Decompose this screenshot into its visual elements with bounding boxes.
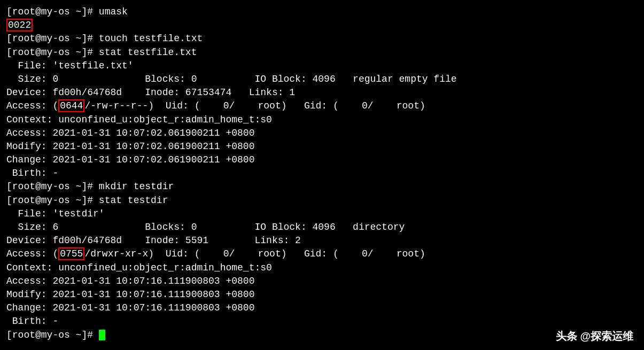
terminal-line: Size: 0 Blocks: 0 IO Block: 4096 regular… — [6, 73, 638, 86]
terminal-line: [root@my-os ~]# umask — [6, 5, 638, 19]
file-permission-highlight: 0644 — [58, 99, 84, 112]
terminal-line: Access: (0644/-rw-r--r--) Uid: ( 0/ root… — [6, 99, 638, 113]
umask-value-highlight: 0022 — [6, 19, 33, 32]
terminal-line: Context: unconfined_u:object_r:admin_hom… — [6, 261, 638, 275]
terminal-line: Context: unconfined_u:object_r:admin_hom… — [6, 113, 638, 127]
terminal-line: [root@my-os ~]# stat testdir — [6, 194, 638, 207]
terminal-line: File: 'testdir' — [6, 207, 638, 221]
dir-permission-highlight: 0755 — [58, 247, 84, 260]
terminal-line: Device: fd00h/64768d Inode: 5591 Links: … — [6, 234, 638, 247]
terminal-line: Access: 2021-01-31 10:07:16.111900803 +0… — [6, 275, 638, 288]
terminal-line: Modify: 2021-01-31 10:07:02.061900211 +0… — [6, 140, 638, 153]
terminal-line: Modify: 2021-01-31 10:07:16.111900803 +0… — [6, 288, 638, 301]
terminal-window: [root@my-os ~]# umask 0022 [root@my-os ~… — [0, 0, 644, 350]
terminal-line: Birth: - — [6, 167, 638, 180]
terminal-line: [root@my-os ~]# stat testfile.txt — [6, 46, 638, 59]
terminal-line: Access: (0755/drwxr-xr-x) Uid: ( 0/ root… — [6, 247, 638, 261]
terminal-content: [root@my-os ~]# umask 0022 [root@my-os ~… — [6, 5, 638, 342]
terminal-line: Size: 6 Blocks: 0 IO Block: 4096 directo… — [6, 221, 638, 234]
terminal-line: [root@my-os ~]# touch testfile.txt — [6, 32, 638, 45]
terminal-line: Birth: - — [6, 315, 638, 328]
terminal-line: Change: 2021-01-31 10:07:16.111900803 +0… — [6, 301, 638, 315]
terminal-line: File: 'testfile.txt' — [6, 59, 638, 73]
terminal-line: Device: fd00h/64768d Inode: 67153474 Lin… — [6, 86, 638, 99]
terminal-cursor — [99, 330, 105, 340]
terminal-line: Access: 2021-01-31 10:07:02.061900211 +0… — [6, 127, 638, 140]
watermark: 头条 @探索运维 — [556, 329, 633, 344]
terminal-line: [root@my-os ~]# mkdir testdir — [6, 180, 638, 193]
terminal-line: 0022 — [6, 19, 638, 32]
terminal-prompt-line: [root@my-os ~]# — [6, 329, 638, 342]
terminal-line: Change: 2021-01-31 10:07:02.061900211 +0… — [6, 153, 638, 167]
